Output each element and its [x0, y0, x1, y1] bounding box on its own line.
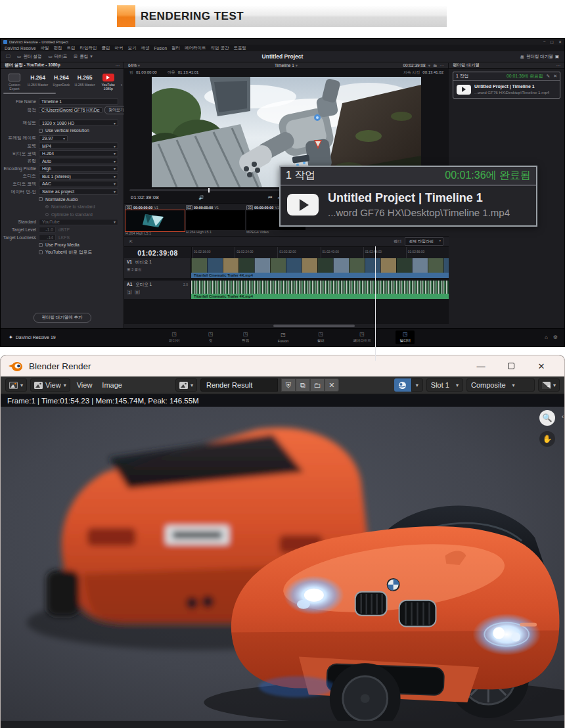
- timeline-select[interactable]: Timeline 1 ▾: [275, 63, 298, 68]
- render-queue-toggle-button[interactable]: 🖶렌더링 대기열▣: [520, 54, 559, 60]
- preset-hyperdeck[interactable]: H.264 HyperDeck: [50, 74, 72, 87]
- sidebar-collapse-icon[interactable]: ‹: [562, 413, 564, 420]
- close-icon[interactable]: ✕: [526, 355, 556, 376]
- maximize-icon[interactable]: ▢: [550, 39, 554, 44]
- file-name-input[interactable]: [39, 99, 118, 104]
- menu-item[interactable]: 파일: [41, 45, 49, 51]
- job-thumb-2[interactable]: 0200:00:00:00V1 H.264 High L5.1: [186, 205, 245, 235]
- preset-scroll-right-icon[interactable]: ›: [121, 83, 122, 87]
- menu-item[interactable]: 마커: [115, 45, 124, 51]
- settings-field-row[interactable]: 오디오 코덱 AAC ▾: [1, 180, 124, 188]
- clips-view-button[interactable]: ⊞클립▾: [74, 54, 92, 60]
- settings-field-row[interactable]: Target Level -1.0 dBTP ▾: [1, 226, 124, 234]
- checkbox-or-radio-control[interactable]: [45, 213, 49, 216]
- slot-select[interactable]: Slot 1▾: [426, 378, 463, 392]
- menu-item[interactable]: 트림: [67, 45, 76, 51]
- page-tab[interactable]: ◳ 미디어: [165, 330, 184, 344]
- timeline-ruler[interactable]: 01:02:16:0001:02:24:0001:02:32:0001:02:4…: [191, 247, 449, 258]
- queue-options-icon[interactable]: ⋯: [556, 63, 561, 68]
- page-tab[interactable]: ◳ Fusion: [274, 331, 293, 344]
- pass-select[interactable]: Composite▾: [466, 378, 535, 392]
- preset-custom-export[interactable]: Custom Export: [3, 74, 26, 91]
- page-tab[interactable]: ◳ 컬러: [313, 330, 328, 344]
- video-track-header[interactable]: V1비디오 1 ▣ 3 클립: [124, 258, 191, 278]
- settings-field-row[interactable]: Target Loudness -14 LKFS ▾: [1, 233, 124, 241]
- menu-view[interactable]: View: [74, 381, 96, 389]
- viewer-zoom-select[interactable]: 64% ▾: [128, 63, 140, 68]
- menu-item[interactable]: 재생: [141, 45, 150, 51]
- location-input[interactable]: [39, 107, 102, 113]
- settings-field-row[interactable]: 유형 Auto ▾: [1, 157, 124, 165]
- preset-h264-master[interactable]: H.264 H.264 Master: [27, 74, 49, 87]
- menu-item[interactable]: 컬러: [171, 45, 180, 51]
- settings-field-row[interactable]: Encoding Profile High ▾: [1, 165, 124, 173]
- menu-item[interactable]: 작업 공간: [211, 45, 229, 51]
- render-settings-button[interactable]: ▭렌더 설정: [17, 54, 41, 60]
- chevron-down-icon[interactable]: ▾: [411, 378, 423, 392]
- minimize-icon[interactable]: –: [543, 39, 545, 44]
- settings-field-row[interactable]: Normalize to standard ▾: [1, 203, 124, 211]
- mute-button[interactable]: M: [135, 290, 140, 294]
- jump-start-icon[interactable]: ⏮: [268, 195, 272, 200]
- page-tab[interactable]: ◳ 컷: [204, 330, 217, 344]
- settings-field-row[interactable]: 비디오 코덱 H.264 ▾: [1, 150, 124, 158]
- display-channels-button[interactable]: ▾: [538, 378, 560, 392]
- pencil-icon[interactable]: ✎: [547, 74, 551, 79]
- gear-icon[interactable]: ⚙: [553, 334, 558, 340]
- render-job-card[interactable]: 1 작업 00:01:36에 완료됨 ✎ ✕ Untitled Project …: [453, 72, 560, 99]
- menu-item[interactable]: 페어라이트: [185, 45, 206, 51]
- job-thumb-1[interactable]: 0100:00:00:00V1 H.264 High L5.1: [125, 205, 185, 235]
- settings-field-row[interactable]: Standard YouTube ▾: [1, 218, 124, 226]
- settings-field-row[interactable]: Optimize to standard ▾: [1, 211, 124, 219]
- video-clip-filmstrip[interactable]: [191, 258, 449, 273]
- shield-icon[interactable]: ⛨: [281, 378, 296, 392]
- editor-type-button[interactable]: ▾: [5, 378, 27, 392]
- minimize-icon[interactable]: —: [466, 355, 496, 376]
- settings-field-row[interactable]: 프레임 레이트 29.97 ▾: [1, 135, 124, 143]
- settings-field-row[interactable]: Use vertical resolution ▾: [1, 127, 124, 135]
- scene-sphere-icon[interactable]: [394, 378, 411, 392]
- lock-icon[interactable]: ▣: [127, 267, 131, 271]
- audio-clip-name[interactable]: Titanfall Cinematic Trailer 4K.mp4: [191, 294, 449, 299]
- menu-item[interactable]: DaVinci Resolve: [5, 46, 36, 51]
- settings-field-row[interactable]: 해상도 1920 x 1080 HD ▾: [1, 119, 124, 127]
- settings-field-row[interactable]: Use Proxy Media ▾: [1, 241, 124, 249]
- play-thumbnail-icon[interactable]: [457, 85, 471, 95]
- page-tab[interactable]: ◳ 딜리버: [395, 330, 415, 344]
- timeline-playhead[interactable]: [375, 246, 376, 361]
- close-icon[interactable]: ✕: [553, 74, 557, 79]
- folder-icon[interactable]: 🗀: [310, 378, 325, 392]
- audio-track-header[interactable]: A1오디오 1 2.0 S M: [124, 281, 191, 299]
- scrub-playhead[interactable]: [208, 188, 210, 193]
- settings-field-row[interactable]: 포맷 MP4 ▾: [1, 142, 124, 150]
- menu-item[interactable]: 편집: [54, 45, 62, 51]
- tape-button[interactable]: ▭테이프: [48, 54, 67, 60]
- menu-item[interactable]: 클립: [102, 45, 110, 51]
- render-range-select[interactable]: 전체 타임라인: [405, 237, 443, 246]
- close-icon[interactable]: ✕: [558, 39, 562, 44]
- zoom-tool-icon[interactable]: 🔍: [539, 410, 555, 426]
- camera-icon[interactable]: 🖿: [433, 63, 438, 68]
- settings-field-row[interactable]: YouTube에 바로 업로드 ▾: [1, 249, 124, 257]
- solo-button[interactable]: S: [127, 290, 132, 294]
- image-name-field[interactable]: Render Result: [200, 378, 278, 392]
- video-clip-name[interactable]: Titanfall Cinematic Trailer 4K.mp4: [191, 273, 449, 278]
- viewer-options-icon[interactable]: ⋯: [440, 63, 445, 68]
- preset-youtube-1080p[interactable]: YouTube 1080p: [97, 74, 120, 91]
- settings-field-row[interactable]: 데이터 번-인 Same as project ▾: [1, 188, 124, 196]
- unlink-icon[interactable]: ✕: [325, 378, 339, 392]
- preset-scrollbar[interactable]: [3, 93, 56, 94]
- preset-h265-master[interactable]: H.265 H.265 Master: [74, 74, 96, 87]
- checkbox-or-radio-control[interactable]: [39, 250, 43, 254]
- snap-icon[interactable]: ⇱: [129, 239, 133, 244]
- audio-waveform[interactable]: [191, 281, 449, 294]
- settings-field-row[interactable]: 오디오 Bus 1 (Stereo) ▾: [1, 173, 124, 181]
- add-to-render-queue-button[interactable]: 렌더링 대기열에 추가: [33, 313, 91, 323]
- menu-item[interactable]: Fusion: [154, 46, 168, 51]
- view-mode-combo[interactable]: View▾: [30, 378, 70, 392]
- menu-item[interactable]: 도움말: [233, 45, 246, 51]
- home-icon[interactable]: ⌂: [545, 334, 548, 340]
- menu-item[interactable]: 타임라인: [80, 45, 97, 51]
- pan-hand-icon[interactable]: ✋: [539, 431, 555, 447]
- monitor-icon[interactable]: 🖵: [6, 54, 11, 59]
